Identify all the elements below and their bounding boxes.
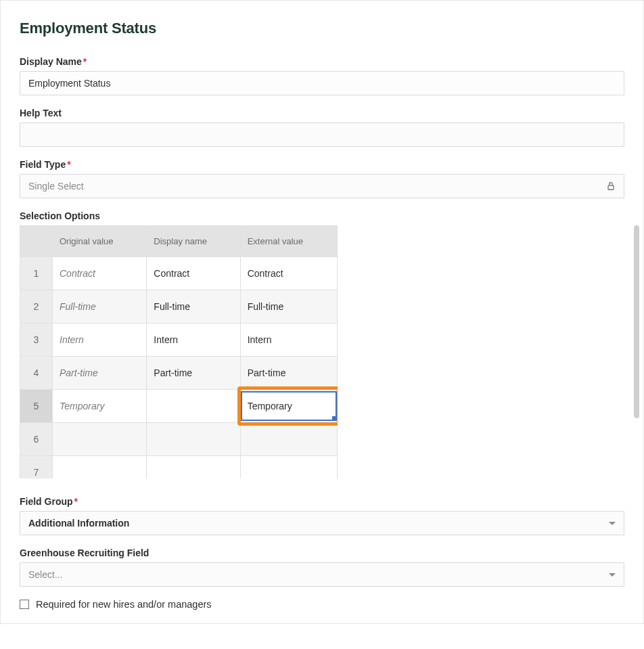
selection-options-field: Selection Options Original value Display… <box>20 210 624 478</box>
required-mark: * <box>67 159 70 170</box>
help-text-input[interactable] <box>20 122 624 147</box>
required-checkbox-label: Required for new hires and/or managers <box>36 599 212 610</box>
recruiting-field: Greenhouse Recruiting Field Select... <box>20 547 624 587</box>
col-header-blank <box>20 226 53 257</box>
help-text-label: Help Text <box>20 108 624 118</box>
selection-options-table[interactable]: Original value Display name External val… <box>20 225 338 478</box>
required-mark: * <box>83 56 87 67</box>
required-checkbox-row[interactable]: Required for new hires and/or managers <box>20 599 624 610</box>
col-header-display: Display name <box>147 226 240 257</box>
table-row[interactable]: 2 Full-time Full-time Full-time <box>20 290 338 323</box>
lock-icon <box>606 181 616 191</box>
active-external-cell[interactable]: Temporary <box>240 390 337 423</box>
display-name-field: Display Name* <box>20 56 624 95</box>
field-group-field: Field Group* Additional Information <box>20 496 624 535</box>
scrollbar[interactable] <box>634 225 639 418</box>
resize-handle-icon[interactable] <box>332 416 337 421</box>
table-row[interactable]: 7 <box>20 456 338 479</box>
table-row[interactable]: 1 Contract Contract Contract <box>20 257 338 290</box>
employment-status-panel: Employment Status Display Name* Help Tex… <box>0 0 644 624</box>
field-type-select: Single Select <box>20 174 624 198</box>
recruiting-field-placeholder: Select... <box>28 569 63 580</box>
help-text-field: Help Text <box>20 108 624 147</box>
display-name-label: Display Name* <box>20 56 624 67</box>
field-type-value: Single Select <box>28 181 84 192</box>
chevron-down-icon <box>609 573 616 577</box>
checkbox-icon[interactable] <box>20 600 29 609</box>
recruiting-field-select[interactable]: Select... <box>20 562 624 587</box>
field-group-label: Field Group* <box>20 496 624 507</box>
field-group-select[interactable]: Additional Information <box>20 511 624 535</box>
recruiting-field-label: Greenhouse Recruiting Field <box>20 547 624 558</box>
selection-options-label: Selection Options <box>20 210 624 221</box>
table-row[interactable]: 5 Temporary Temporary <box>20 390 338 423</box>
required-mark: * <box>74 496 78 507</box>
display-name-input[interactable] <box>20 71 624 95</box>
field-type-label: Field Type* <box>20 159 624 170</box>
col-header-original: Original value <box>53 226 147 257</box>
page-title: Employment Status <box>20 20 624 37</box>
table-row[interactable]: 4 Part-time Part-time Part-time <box>20 357 338 390</box>
table-row[interactable]: 6 <box>20 423 338 456</box>
field-group-value: Additional Information <box>28 518 129 529</box>
field-type-field: Field Type* Single Select <box>20 159 624 198</box>
table-row[interactable]: 3 Intern Intern Intern <box>20 323 338 357</box>
col-header-external: External value <box>240 226 337 257</box>
svg-rect-0 <box>608 185 614 189</box>
chevron-down-icon <box>609 522 616 525</box>
